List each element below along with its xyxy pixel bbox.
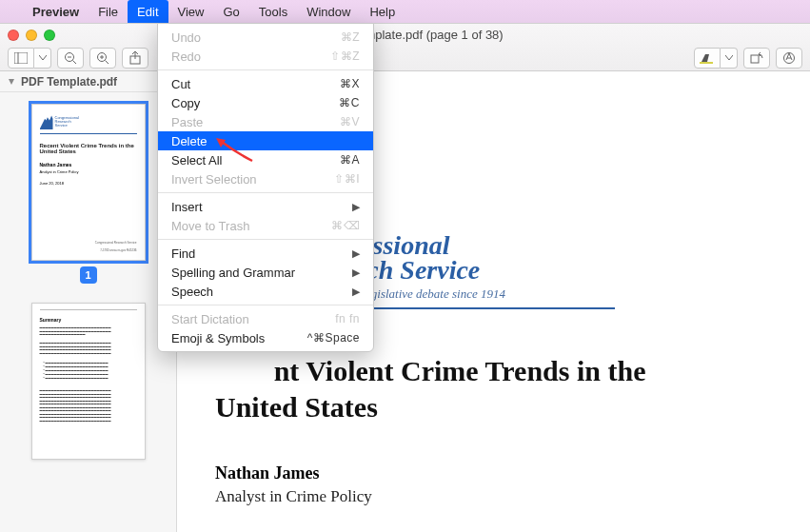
highlight-dropdown[interactable] [721,48,738,69]
menu-shortcut: ⇧⌘Z [330,49,360,63]
menu-separator [158,305,373,305]
menu-item-label: Redo [171,49,201,64]
menu-item-label: Copy [171,96,200,110]
markup-button[interactable] [776,48,802,69]
menu-shortcut: fn fn [335,312,360,325]
menu-item-label: Start Dictation [171,312,249,326]
menu-item-select-all[interactable]: Select All⌘A [158,150,373,169]
menu-item-redo: Redo⇧⌘Z [158,47,373,66]
svg-line-3 [73,61,77,65]
menu-item-label: Spelling and Grammar [171,266,295,280]
menu-shortcut: ⌘X [340,77,360,90]
sidebar-filename: PDF Template.pdf [21,75,117,89]
menu-item-undo: Undo⌘Z [158,28,373,47]
zoom-in-button[interactable] [89,48,116,69]
zoom-window[interactable] [44,30,55,41]
menu-item-insert[interactable]: Insert▶ [158,197,373,216]
disclosure-triangle-icon [8,78,15,86]
menu-item-cut[interactable]: Cut⌘X [158,74,373,93]
sidebar-toggle[interactable] [8,48,34,69]
menu-shortcut: ^⌘Space [307,331,360,345]
menu-separator [158,69,373,70]
thumbnail-sidebar: PDF Template.pdf CongressionalResearch S… [0,71,177,532]
thumbnail-page-1[interactable]: CongressionalResearch Service Recent Vio… [31,104,146,284]
titlebar: PDF Template.pdf (page 1 of 38) [0,24,810,71]
submenu-chevron-icon: ▶ [352,266,360,279]
menu-separator [158,239,373,240]
system-menubar: Preview File Edit View Go Tools Window H… [0,0,810,23]
menu-view[interactable]: View [168,0,214,23]
menu-help[interactable]: Help [360,0,405,23]
menu-item-find[interactable]: Find▶ [158,244,373,263]
highlight-button[interactable] [694,48,721,69]
menu-tools[interactable]: Tools [249,0,297,23]
traffic-lights [8,30,55,41]
menu-item-label: Cut [171,77,190,91]
menu-item-spelling-and-grammar[interactable]: Spelling and Grammar▶ [158,263,373,282]
menu-go[interactable]: Go [213,0,248,23]
sidebar-mode-dropdown[interactable] [34,48,51,69]
menu-separator [158,192,373,193]
zoom-out-button[interactable] [57,48,84,69]
menu-shortcut: ⌘C [339,96,360,109]
page-number-badge: 1 [80,266,97,284]
menu-item-speech[interactable]: Speech▶ [158,282,373,301]
menu-item-invert-selection: Invert Selection⇧⌘I [158,169,373,188]
edit-menu-dropdown: Undo⌘ZRedo⇧⌘ZCut⌘XCopy⌘CPaste⌘VDeleteSel… [157,23,374,352]
menu-shortcut: ⌘V [340,115,360,128]
close-window[interactable] [8,30,19,41]
rotate-button[interactable] [743,48,770,69]
svg-rect-0 [14,52,28,64]
menu-item-paste: Paste⌘V [158,112,373,131]
menu-item-label: Find [171,246,195,261]
menu-item-label: Paste [171,115,203,129]
document-title: Recent Violent Crime Trends in the Unite… [215,353,691,425]
menu-shortcut: ⌘Z [341,30,360,44]
thumbnail-page-2[interactable]: Summary ▬▬▬▬▬▬▬▬▬▬▬▬▬▬▬▬▬▬▬▬▬▬▬▬▬▬▬▬▬▬▬▬… [31,303,146,460]
menu-item-label: Undo [171,30,201,45]
share-button[interactable] [122,48,148,69]
minimize-window[interactable] [26,30,37,41]
menu-file[interactable]: File [89,0,128,23]
menu-shortcut: ⌘A [340,153,360,167]
menu-item-start-dictation: Start Dictationfn fn [158,309,373,328]
toolbar [0,47,810,70]
menu-item-move-to-trash: Move to Trash⌘⌫ [158,216,373,235]
sidebar-header[interactable]: PDF Template.pdf [0,71,176,92]
svg-rect-12 [751,55,759,63]
menu-item-copy[interactable]: Copy⌘C [158,93,373,112]
menu-item-label: Move to Trash [171,219,249,233]
menu-window[interactable]: Window [297,0,360,23]
menu-item-label: Insert [171,200,203,214]
menu-edit[interactable]: Edit [128,0,168,23]
svg-rect-11 [700,62,713,64]
submenu-chevron-icon: ▶ [352,247,360,260]
menu-item-label: Delete [171,134,207,148]
menu-item-label: Speech [171,285,213,299]
menu-item-label: Select All [171,153,222,167]
menu-item-delete[interactable]: Delete [158,131,373,150]
app-menu[interactable]: Preview [23,5,89,19]
document-role: Analyst in Crime Policy [215,487,810,506]
thumbnail-list[interactable]: CongressionalResearch Service Recent Vio… [0,92,176,532]
menu-item-label: Invert Selection [171,172,257,187]
menu-shortcut: ⇧⌘I [334,172,360,186]
submenu-chevron-icon: ▶ [352,286,360,298]
menu-shortcut: ⌘⌫ [331,219,360,232]
submenu-chevron-icon: ▶ [352,201,360,213]
menu-item-label: Emoji & Symbols [171,331,265,345]
document-author: Nathan James [215,463,810,483]
svg-line-6 [106,61,109,65]
preview-window: PDF Template.pdf (page 1 of 38) [0,23,810,532]
menu-item-emoji-symbols[interactable]: Emoji & Symbols^⌘Space [158,328,373,347]
